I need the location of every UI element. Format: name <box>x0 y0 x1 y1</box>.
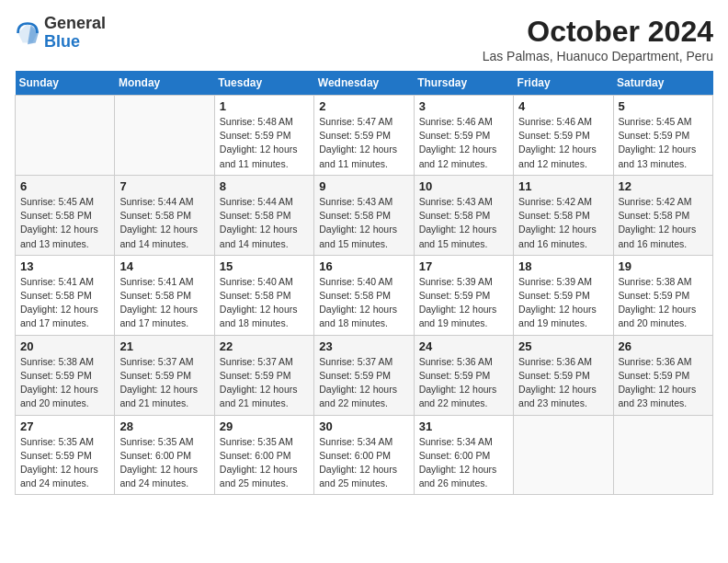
calendar-week-row: 6Sunrise: 5:45 AM Sunset: 5:58 PM Daylig… <box>16 175 713 255</box>
calendar-week-row: 20Sunrise: 5:38 AM Sunset: 5:59 PM Dayli… <box>16 335 713 415</box>
day-info: Sunrise: 5:44 AM Sunset: 5:58 PM Dayligh… <box>119 195 209 251</box>
day-info: Sunrise: 5:44 AM Sunset: 5:58 PM Dayligh… <box>220 195 309 251</box>
day-info: Sunrise: 5:39 AM Sunset: 5:59 PM Dayligh… <box>518 275 608 331</box>
day-info: Sunrise: 5:45 AM Sunset: 5:58 PM Dayligh… <box>20 195 109 251</box>
dow-header: Tuesday <box>214 71 313 96</box>
day-info: Sunrise: 5:34 AM Sunset: 6:00 PM Dayligh… <box>419 435 508 491</box>
day-number: 1 <box>220 99 309 113</box>
days-of-week-row: SundayMondayTuesdayWednesdayThursdayFrid… <box>16 71 713 96</box>
day-number: 11 <box>518 179 608 193</box>
day-info: Sunrise: 5:43 AM Sunset: 5:58 PM Dayligh… <box>419 195 508 251</box>
day-info: Sunrise: 5:46 AM Sunset: 5:59 PM Dayligh… <box>419 115 508 171</box>
day-info: Sunrise: 5:43 AM Sunset: 5:58 PM Dayligh… <box>319 195 408 251</box>
day-info: Sunrise: 5:36 AM Sunset: 5:59 PM Dayligh… <box>419 355 508 411</box>
day-number: 12 <box>619 179 708 193</box>
calendar-day: 22Sunrise: 5:37 AM Sunset: 5:59 PM Dayli… <box>214 335 313 415</box>
calendar-day: 25Sunrise: 5:36 AM Sunset: 5:59 PM Dayli… <box>514 335 613 415</box>
title-block: October 2024 Las Palmas, Huanuco Departm… <box>483 15 713 63</box>
day-number: 16 <box>319 259 408 273</box>
calendar-day: 8Sunrise: 5:44 AM Sunset: 5:58 PM Daylig… <box>214 175 313 255</box>
day-number: 30 <box>319 419 408 433</box>
logo-text: General Blue <box>44 15 106 52</box>
day-info: Sunrise: 5:42 AM Sunset: 5:58 PM Dayligh… <box>619 195 708 251</box>
calendar-day: 30Sunrise: 5:34 AM Sunset: 6:00 PM Dayli… <box>314 415 414 495</box>
day-number: 18 <box>518 259 608 273</box>
day-number: 8 <box>220 179 309 193</box>
calendar-day: 27Sunrise: 5:35 AM Sunset: 5:59 PM Dayli… <box>16 415 115 495</box>
calendar-day: 10Sunrise: 5:43 AM Sunset: 5:58 PM Dayli… <box>414 175 513 255</box>
logo-blue: Blue <box>44 32 80 51</box>
day-info: Sunrise: 5:45 AM Sunset: 5:59 PM Dayligh… <box>619 115 708 171</box>
calendar-day: 14Sunrise: 5:41 AM Sunset: 5:58 PM Dayli… <box>115 255 214 335</box>
day-info: Sunrise: 5:48 AM Sunset: 5:59 PM Dayligh… <box>220 115 309 171</box>
day-info: Sunrise: 5:34 AM Sunset: 6:00 PM Dayligh… <box>319 435 408 491</box>
day-number: 22 <box>220 339 309 353</box>
day-info: Sunrise: 5:41 AM Sunset: 5:58 PM Dayligh… <box>119 275 209 331</box>
day-info: Sunrise: 5:41 AM Sunset: 5:58 PM Dayligh… <box>20 275 109 331</box>
day-info: Sunrise: 5:40 AM Sunset: 5:58 PM Dayligh… <box>319 275 408 331</box>
day-info: Sunrise: 5:37 AM Sunset: 5:59 PM Dayligh… <box>319 355 408 411</box>
day-info: Sunrise: 5:42 AM Sunset: 5:58 PM Dayligh… <box>518 195 608 251</box>
day-number: 25 <box>518 339 608 353</box>
day-info: Sunrise: 5:36 AM Sunset: 5:59 PM Dayligh… <box>619 355 708 411</box>
calendar-day: 16Sunrise: 5:40 AM Sunset: 5:58 PM Dayli… <box>314 255 414 335</box>
day-number: 21 <box>119 339 209 353</box>
calendar-week-row: 1Sunrise: 5:48 AM Sunset: 5:59 PM Daylig… <box>16 96 713 176</box>
calendar-day: 13Sunrise: 5:41 AM Sunset: 5:58 PM Dayli… <box>16 255 115 335</box>
day-number: 13 <box>20 259 109 273</box>
day-number: 28 <box>119 419 209 433</box>
logo: General Blue <box>15 15 106 52</box>
calendar-day: 18Sunrise: 5:39 AM Sunset: 5:59 PM Dayli… <box>514 255 613 335</box>
logo-general: General <box>44 14 106 32</box>
calendar-day: 20Sunrise: 5:38 AM Sunset: 5:59 PM Dayli… <box>16 335 115 415</box>
calendar-day: 9Sunrise: 5:43 AM Sunset: 5:58 PM Daylig… <box>314 175 414 255</box>
day-info: Sunrise: 5:35 AM Sunset: 6:00 PM Dayligh… <box>220 435 309 491</box>
day-number: 17 <box>419 259 508 273</box>
calendar-day: 2Sunrise: 5:47 AM Sunset: 5:59 PM Daylig… <box>314 96 414 176</box>
day-number: 27 <box>20 419 109 433</box>
dow-header: Wednesday <box>314 71 414 96</box>
day-info: Sunrise: 5:39 AM Sunset: 5:59 PM Dayligh… <box>419 275 508 331</box>
day-number: 9 <box>319 179 408 193</box>
logo-icon <box>15 20 40 46</box>
day-number: 14 <box>119 259 209 273</box>
calendar-body: 1Sunrise: 5:48 AM Sunset: 5:59 PM Daylig… <box>16 96 713 495</box>
day-number: 26 <box>619 339 708 353</box>
day-info: Sunrise: 5:35 AM Sunset: 5:59 PM Dayligh… <box>20 435 109 491</box>
calendar-day <box>514 415 613 495</box>
calendar-day: 24Sunrise: 5:36 AM Sunset: 5:59 PM Dayli… <box>414 335 513 415</box>
day-info: Sunrise: 5:35 AM Sunset: 6:00 PM Dayligh… <box>119 435 209 491</box>
day-info: Sunrise: 5:40 AM Sunset: 5:58 PM Dayligh… <box>220 275 309 331</box>
day-number: 20 <box>20 339 109 353</box>
calendar-day <box>16 96 115 176</box>
calendar-day: 7Sunrise: 5:44 AM Sunset: 5:58 PM Daylig… <box>115 175 214 255</box>
day-info: Sunrise: 5:37 AM Sunset: 5:59 PM Dayligh… <box>119 355 209 411</box>
calendar-week-row: 27Sunrise: 5:35 AM Sunset: 5:59 PM Dayli… <box>16 415 713 495</box>
day-info: Sunrise: 5:47 AM Sunset: 5:59 PM Dayligh… <box>319 115 408 171</box>
day-number: 24 <box>419 339 508 353</box>
day-number: 10 <box>419 179 508 193</box>
calendar-day <box>115 96 214 176</box>
calendar-day: 11Sunrise: 5:42 AM Sunset: 5:58 PM Dayli… <box>514 175 613 255</box>
day-info: Sunrise: 5:38 AM Sunset: 5:59 PM Dayligh… <box>20 355 109 411</box>
day-number: 2 <box>319 99 408 113</box>
calendar-day: 4Sunrise: 5:46 AM Sunset: 5:59 PM Daylig… <box>514 96 613 176</box>
day-number: 7 <box>119 179 209 193</box>
day-number: 23 <box>319 339 408 353</box>
calendar-day: 19Sunrise: 5:38 AM Sunset: 5:59 PM Dayli… <box>613 255 712 335</box>
day-number: 6 <box>20 179 109 193</box>
day-info: Sunrise: 5:37 AM Sunset: 5:59 PM Dayligh… <box>220 355 309 411</box>
calendar-table: SundayMondayTuesdayWednesdayThursdayFrid… <box>15 71 713 495</box>
calendar-day: 17Sunrise: 5:39 AM Sunset: 5:59 PM Dayli… <box>414 255 513 335</box>
day-number: 19 <box>619 259 708 273</box>
day-info: Sunrise: 5:36 AM Sunset: 5:59 PM Dayligh… <box>518 355 608 411</box>
day-info: Sunrise: 5:46 AM Sunset: 5:59 PM Dayligh… <box>518 115 608 171</box>
day-number: 15 <box>220 259 309 273</box>
day-number: 4 <box>518 99 608 113</box>
dow-header: Sunday <box>16 71 115 96</box>
calendar-day: 12Sunrise: 5:42 AM Sunset: 5:58 PM Dayli… <box>613 175 712 255</box>
calendar-day <box>613 415 712 495</box>
calendar-day: 26Sunrise: 5:36 AM Sunset: 5:59 PM Dayli… <box>613 335 712 415</box>
calendar-day: 1Sunrise: 5:48 AM Sunset: 5:59 PM Daylig… <box>214 96 313 176</box>
day-number: 29 <box>220 419 309 433</box>
